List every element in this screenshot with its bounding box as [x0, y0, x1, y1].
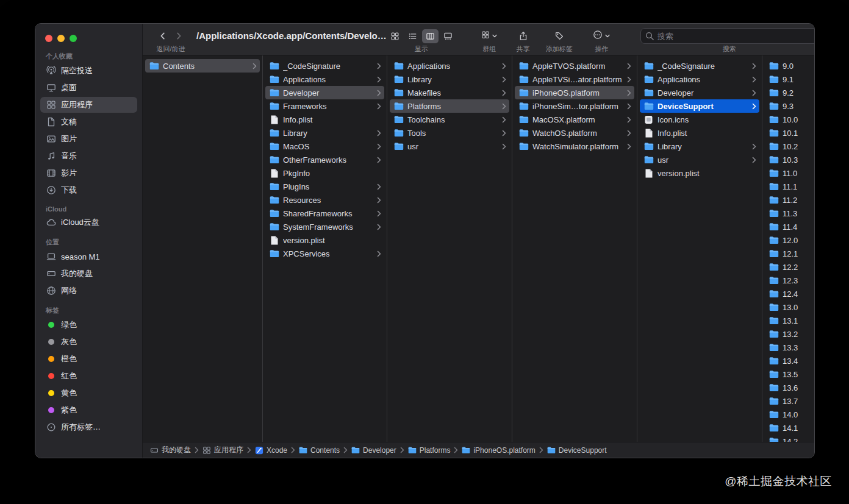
file-item[interactable]: 10.2	[765, 140, 812, 153]
file-item[interactable]: 11.3	[765, 207, 812, 220]
file-item[interactable]: 10.3	[765, 153, 812, 166]
file-item[interactable]: Frameworks	[265, 99, 384, 113]
file-item[interactable]: Icon.icns	[640, 113, 759, 126]
path-item[interactable]: DeviceSupport	[547, 446, 607, 455]
sidebar-item-tag-purple[interactable]: 紫色	[40, 402, 137, 418]
path-item[interactable]: Xcode	[255, 446, 287, 455]
file-item[interactable]: OtherFrameworks	[265, 153, 384, 166]
search-input[interactable]	[641, 32, 815, 41]
file-item[interactable]: MacOS	[265, 140, 384, 153]
file-item[interactable]: 9.3	[765, 99, 812, 113]
file-item[interactable]: 13.5	[765, 367, 812, 381]
file-item[interactable]: 13.4	[765, 354, 812, 367]
group-button[interactable]	[478, 30, 501, 41]
share-button[interactable]	[515, 31, 531, 41]
file-item[interactable]: Contents	[145, 59, 260, 73]
file-item[interactable]: 12.0	[765, 233, 812, 247]
file-item[interactable]: 14.0	[765, 408, 812, 421]
sidebar-item-tag-orange[interactable]: 橙色	[40, 351, 137, 367]
list-view-button[interactable]	[404, 29, 421, 43]
path-item[interactable]: Contents	[299, 446, 340, 455]
file-item[interactable]: version.plist	[640, 166, 759, 180]
file-item[interactable]: 13.1	[765, 314, 812, 327]
sidebar-item-applications[interactable]: 应用程序	[40, 97, 137, 113]
file-item[interactable]: _CodeSignature	[640, 59, 759, 73]
column-view-button[interactable]	[422, 29, 439, 43]
file-item[interactable]: 14.2	[765, 435, 812, 442]
file-item[interactable]: 11.1	[765, 180, 812, 193]
sidebar-item-music[interactable]: 音乐	[40, 148, 137, 164]
sidebar-item-desktop[interactable]: 桌面	[40, 80, 137, 96]
file-item[interactable]: Library	[640, 140, 759, 153]
file-item[interactable]: AppleTVSi…ator.platform	[515, 73, 634, 86]
file-item[interactable]: version.plist	[265, 233, 384, 247]
file-item[interactable]: PkgInfo	[265, 166, 384, 180]
file-item[interactable]: WatchSimulator.platform	[515, 140, 634, 153]
file-item[interactable]: 13.3	[765, 341, 812, 354]
add-tag-button[interactable]	[551, 31, 567, 41]
sidebar-item-tag-yellow[interactable]: 黄色	[40, 385, 137, 401]
sidebar-item-movies[interactable]: 影片	[40, 165, 137, 181]
file-item[interactable]: usr	[640, 153, 759, 166]
file-item[interactable]: WatchOS.platform	[515, 126, 634, 140]
file-item[interactable]: Makefiles	[390, 86, 509, 99]
file-item[interactable]: 9.0	[765, 59, 812, 73]
file-item[interactable]: 12.2	[765, 260, 812, 274]
file-item[interactable]: Developer	[640, 86, 759, 99]
sidebar-item-all-tags[interactable]: 所有标签…	[40, 419, 137, 435]
file-item[interactable]: Applications	[640, 73, 759, 86]
file-item[interactable]: iPhoneOS.platform	[515, 86, 634, 99]
sidebar-item-documents[interactable]: 文稿	[40, 114, 137, 130]
sidebar-item-tag-green[interactable]: 绿色	[40, 317, 137, 333]
minimize-window-button[interactable]	[57, 35, 65, 42]
file-item[interactable]: 13.0	[765, 300, 812, 314]
sidebar-item-season-m1[interactable]: season M1	[40, 249, 137, 264]
forward-button[interactable]	[171, 31, 187, 41]
file-item[interactable]: Developer	[265, 86, 384, 99]
path-item[interactable]: iPhoneOS.platform	[462, 446, 535, 455]
file-item[interactable]: PlugIns	[265, 180, 384, 193]
close-window-button[interactable]	[45, 35, 52, 42]
file-item[interactable]: 13.2	[765, 327, 812, 341]
file-item[interactable]: Info.plist	[640, 126, 759, 140]
file-item[interactable]: 9.1	[765, 73, 812, 86]
sidebar-item-downloads[interactable]: 下载	[40, 182, 137, 198]
gallery-view-button[interactable]	[440, 29, 456, 43]
back-button[interactable]	[155, 31, 171, 41]
file-item[interactable]: Tools	[390, 126, 509, 140]
file-item[interactable]: iPhoneSim…tor.platform	[515, 99, 634, 113]
file-item[interactable]: Info.plist	[265, 113, 384, 126]
action-button[interactable]	[590, 30, 614, 42]
file-item[interactable]: Library	[265, 126, 384, 140]
path-item[interactable]: Developer	[351, 446, 396, 455]
file-item[interactable]: 13.6	[765, 381, 812, 394]
icon-view-button[interactable]	[387, 29, 403, 43]
sidebar-item-network[interactable]: 网络	[40, 283, 137, 299]
file-item[interactable]: AppleTVOS.platform	[515, 59, 634, 73]
sidebar-item-tag-red[interactable]: 红色	[40, 368, 137, 384]
file-item[interactable]: 14.1	[765, 421, 812, 435]
file-item[interactable]: 11.4	[765, 220, 812, 233]
file-item[interactable]: 10.1	[765, 126, 812, 140]
file-item[interactable]: 11.2	[765, 193, 812, 207]
file-item[interactable]: Library	[390, 73, 509, 86]
file-item[interactable]: SystemFrameworks	[265, 220, 384, 233]
path-item[interactable]: 应用程序	[202, 445, 243, 455]
path-item[interactable]: 我的硬盘	[150, 445, 191, 455]
file-item[interactable]: usr	[390, 140, 509, 153]
file-item[interactable]: 9.2	[765, 86, 812, 99]
sidebar-item-airdrop[interactable]: 隔空投送	[40, 63, 137, 79]
file-item[interactable]: Applications	[390, 59, 509, 73]
sidebar-item-tag-gray[interactable]: 灰色	[40, 334, 137, 350]
file-item[interactable]: DeviceSupport	[640, 99, 759, 113]
file-item[interactable]: XPCServices	[265, 247, 384, 260]
file-item[interactable]: 12.3	[765, 274, 812, 287]
file-item[interactable]: MacOSX.platform	[515, 113, 634, 126]
file-item[interactable]: Platforms	[390, 99, 509, 113]
file-item[interactable]: _CodeSignature	[265, 59, 384, 73]
file-item[interactable]: SharedFrameworks	[265, 207, 384, 220]
file-item[interactable]: 12.1	[765, 247, 812, 260]
file-item[interactable]: Applications	[265, 73, 384, 86]
file-item[interactable]: 11.0	[765, 166, 812, 180]
sidebar-item-my-disk[interactable]: 我的硬盘	[40, 266, 137, 282]
